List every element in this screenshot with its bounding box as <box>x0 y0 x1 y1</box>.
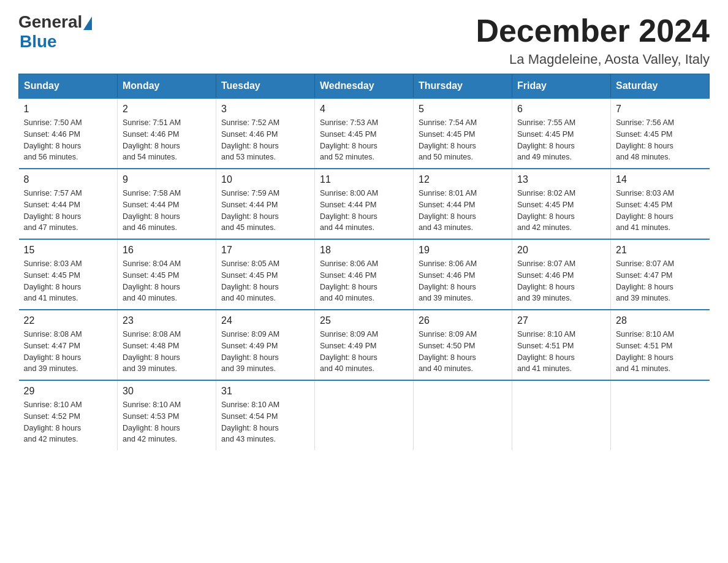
calendar-cell: 31 Sunrise: 8:10 AM Sunset: 4:54 PM Dayl… <box>216 380 315 450</box>
day-number: 8 <box>24 174 113 185</box>
day-info: Sunrise: 7:51 AM Sunset: 4:46 PM Dayligh… <box>123 117 211 163</box>
day-info: Sunrise: 8:08 AM Sunset: 4:48 PM Dayligh… <box>123 329 211 375</box>
day-number: 28 <box>616 315 705 326</box>
day-info: Sunrise: 8:02 AM Sunset: 4:45 PM Dayligh… <box>517 188 605 234</box>
calendar-cell: 27 Sunrise: 8:10 AM Sunset: 4:51 PM Dayl… <box>512 310 611 380</box>
calendar-cell: 25 Sunrise: 8:09 AM Sunset: 4:49 PM Dayl… <box>315 310 414 380</box>
day-number: 26 <box>419 315 507 326</box>
header-sunday: Sunday <box>19 74 118 99</box>
calendar-table: SundayMondayTuesdayWednesdayThursdayFrid… <box>18 74 710 450</box>
day-number: 1 <box>24 104 113 115</box>
day-number: 24 <box>221 315 309 326</box>
calendar-cell: 9 Sunrise: 7:58 AM Sunset: 4:44 PM Dayli… <box>118 169 216 239</box>
day-number: 16 <box>123 245 211 256</box>
day-number: 19 <box>419 245 507 256</box>
day-info: Sunrise: 7:52 AM Sunset: 4:46 PM Dayligh… <box>221 117 309 163</box>
day-info: Sunrise: 8:03 AM Sunset: 4:45 PM Dayligh… <box>616 188 705 234</box>
day-info: Sunrise: 8:10 AM Sunset: 4:52 PM Dayligh… <box>24 399 113 445</box>
calendar-cell: 6 Sunrise: 7:55 AM Sunset: 4:45 PM Dayli… <box>512 98 611 169</box>
day-info: Sunrise: 8:06 AM Sunset: 4:46 PM Dayligh… <box>320 258 408 304</box>
calendar-cell: 20 Sunrise: 8:07 AM Sunset: 4:46 PM Dayl… <box>512 239 611 310</box>
day-number: 27 <box>517 315 605 326</box>
header-monday: Monday <box>118 74 216 99</box>
day-info: Sunrise: 7:59 AM Sunset: 4:44 PM Dayligh… <box>221 188 309 234</box>
calendar-week-row: 1 Sunrise: 7:50 AM Sunset: 4:46 PM Dayli… <box>19 98 710 169</box>
day-info: Sunrise: 8:07 AM Sunset: 4:47 PM Dayligh… <box>616 258 705 304</box>
day-info: Sunrise: 8:03 AM Sunset: 4:45 PM Dayligh… <box>24 258 113 304</box>
day-info: Sunrise: 8:00 AM Sunset: 4:44 PM Dayligh… <box>320 188 408 234</box>
day-info: Sunrise: 7:55 AM Sunset: 4:45 PM Dayligh… <box>517 117 605 163</box>
day-info: Sunrise: 8:07 AM Sunset: 4:46 PM Dayligh… <box>517 258 605 304</box>
calendar-cell: 10 Sunrise: 7:59 AM Sunset: 4:44 PM Dayl… <box>216 169 315 239</box>
calendar-cell <box>512 380 611 450</box>
calendar-cell: 12 Sunrise: 8:01 AM Sunset: 4:44 PM Dayl… <box>414 169 512 239</box>
day-number: 29 <box>24 386 113 397</box>
day-number: 31 <box>221 386 309 397</box>
logo-triangle-icon <box>83 17 92 30</box>
header-saturday: Saturday <box>611 74 710 99</box>
calendar-cell: 17 Sunrise: 8:05 AM Sunset: 4:45 PM Dayl… <box>216 239 315 310</box>
calendar-cell: 15 Sunrise: 8:03 AM Sunset: 4:45 PM Dayl… <box>19 239 118 310</box>
calendar-cell: 4 Sunrise: 7:53 AM Sunset: 4:45 PM Dayli… <box>315 98 414 169</box>
header-friday: Friday <box>512 74 611 99</box>
day-number: 23 <box>123 315 211 326</box>
day-info: Sunrise: 8:09 AM Sunset: 4:49 PM Dayligh… <box>320 329 408 375</box>
day-info: Sunrise: 8:09 AM Sunset: 4:50 PM Dayligh… <box>419 329 507 375</box>
day-info: Sunrise: 8:06 AM Sunset: 4:46 PM Dayligh… <box>419 258 507 304</box>
day-info: Sunrise: 8:01 AM Sunset: 4:44 PM Dayligh… <box>419 188 507 234</box>
calendar-cell: 3 Sunrise: 7:52 AM Sunset: 4:46 PM Dayli… <box>216 98 315 169</box>
header-wednesday: Wednesday <box>315 74 414 99</box>
day-info: Sunrise: 7:50 AM Sunset: 4:46 PM Dayligh… <box>24 117 113 163</box>
day-info: Sunrise: 7:53 AM Sunset: 4:45 PM Dayligh… <box>320 117 408 163</box>
calendar-cell: 23 Sunrise: 8:08 AM Sunset: 4:48 PM Dayl… <box>118 310 216 380</box>
day-number: 10 <box>221 174 309 185</box>
calendar-week-row: 29 Sunrise: 8:10 AM Sunset: 4:52 PM Dayl… <box>19 380 710 450</box>
calendar-cell: 1 Sunrise: 7:50 AM Sunset: 4:46 PM Dayli… <box>19 98 118 169</box>
day-number: 13 <box>517 174 605 185</box>
day-info: Sunrise: 7:56 AM Sunset: 4:45 PM Dayligh… <box>616 117 705 163</box>
day-info: Sunrise: 8:08 AM Sunset: 4:47 PM Dayligh… <box>24 329 113 375</box>
day-number: 2 <box>123 104 211 115</box>
calendar-cell: 7 Sunrise: 7:56 AM Sunset: 4:45 PM Dayli… <box>611 98 710 169</box>
calendar-cell: 14 Sunrise: 8:03 AM Sunset: 4:45 PM Dayl… <box>611 169 710 239</box>
day-number: 7 <box>616 104 705 115</box>
logo-general-text: General <box>18 12 82 32</box>
calendar-cell: 8 Sunrise: 7:57 AM Sunset: 4:44 PM Dayli… <box>19 169 118 239</box>
day-number: 25 <box>320 315 408 326</box>
day-info: Sunrise: 8:09 AM Sunset: 4:49 PM Dayligh… <box>221 329 309 375</box>
header-tuesday: Tuesday <box>216 74 315 99</box>
calendar-cell: 2 Sunrise: 7:51 AM Sunset: 4:46 PM Dayli… <box>118 98 216 169</box>
page-title: December 2024 <box>476 12 710 49</box>
day-number: 17 <box>221 245 309 256</box>
day-number: 15 <box>24 245 113 256</box>
calendar-week-row: 22 Sunrise: 8:08 AM Sunset: 4:47 PM Dayl… <box>19 310 710 380</box>
page-header: General Blue December 2024 La Magdeleine… <box>18 12 710 67</box>
day-info: Sunrise: 7:54 AM Sunset: 4:45 PM Dayligh… <box>419 117 507 163</box>
day-info: Sunrise: 8:10 AM Sunset: 4:51 PM Dayligh… <box>517 329 605 375</box>
calendar-cell: 18 Sunrise: 8:06 AM Sunset: 4:46 PM Dayl… <box>315 239 414 310</box>
day-info: Sunrise: 8:05 AM Sunset: 4:45 PM Dayligh… <box>221 258 309 304</box>
calendar-cell: 24 Sunrise: 8:09 AM Sunset: 4:49 PM Dayl… <box>216 310 315 380</box>
day-info: Sunrise: 8:10 AM Sunset: 4:53 PM Dayligh… <box>123 399 211 445</box>
day-number: 9 <box>123 174 211 185</box>
calendar-week-row: 15 Sunrise: 8:03 AM Sunset: 4:45 PM Dayl… <box>19 239 710 310</box>
calendar-header-row: SundayMondayTuesdayWednesdayThursdayFrid… <box>19 74 710 99</box>
day-info: Sunrise: 8:10 AM Sunset: 4:51 PM Dayligh… <box>616 329 705 375</box>
day-number: 14 <box>616 174 705 185</box>
calendar-cell: 21 Sunrise: 8:07 AM Sunset: 4:47 PM Dayl… <box>611 239 710 310</box>
day-number: 6 <box>517 104 605 115</box>
calendar-week-row: 8 Sunrise: 7:57 AM Sunset: 4:44 PM Dayli… <box>19 169 710 239</box>
header-thursday: Thursday <box>414 74 512 99</box>
calendar-cell: 11 Sunrise: 8:00 AM Sunset: 4:44 PM Dayl… <box>315 169 414 239</box>
calendar-cell <box>414 380 512 450</box>
day-number: 11 <box>320 174 408 185</box>
location-subtitle: La Magdeleine, Aosta Valley, Italy <box>476 52 710 67</box>
day-number: 30 <box>123 386 211 397</box>
day-number: 3 <box>221 104 309 115</box>
calendar-cell <box>315 380 414 450</box>
calendar-cell: 5 Sunrise: 7:54 AM Sunset: 4:45 PM Dayli… <box>414 98 512 169</box>
day-number: 4 <box>320 104 408 115</box>
calendar-cell <box>611 380 710 450</box>
day-number: 21 <box>616 245 705 256</box>
calendar-cell: 22 Sunrise: 8:08 AM Sunset: 4:47 PM Dayl… <box>19 310 118 380</box>
